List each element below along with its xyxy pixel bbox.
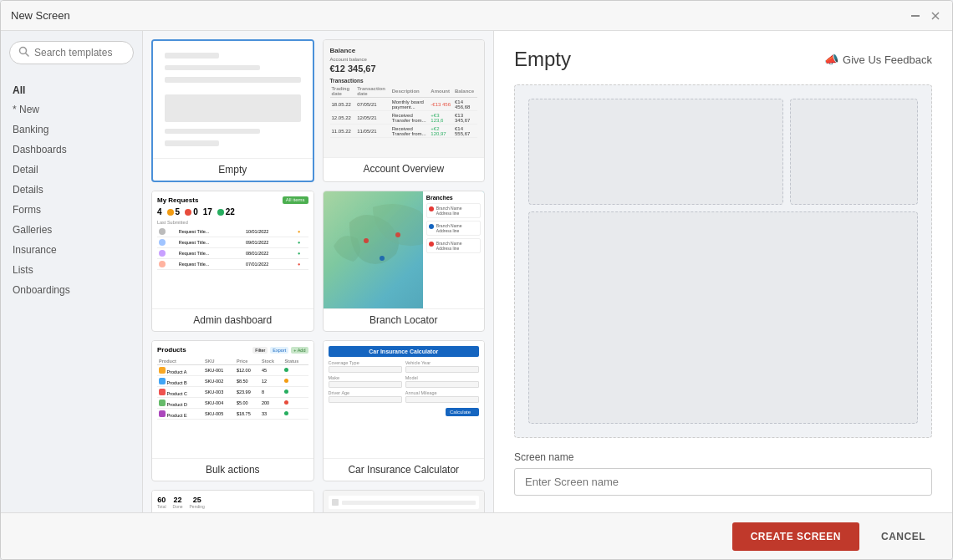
svg-rect-0 bbox=[911, 15, 920, 17]
sidebar-item-insurance[interactable]: Insurance bbox=[1, 240, 142, 260]
dialog-body: All * New Banking Dashboards Detail Deta… bbox=[1, 31, 952, 512]
sidebar-nav: All * New Banking Dashboards Detail Deta… bbox=[1, 73, 142, 307]
preview-admin-stats: 4 5 0 bbox=[157, 207, 308, 216]
status-dot-2 bbox=[284, 379, 288, 383]
col-status2: Status bbox=[283, 357, 308, 365]
stat-4: 17 bbox=[203, 207, 212, 216]
bulk-row-2: Product B SKU-002$8.5012 bbox=[157, 376, 308, 387]
bulk-row-4: Product D SKU-004$5.00200 bbox=[157, 398, 308, 409]
col-desc: Description bbox=[390, 85, 430, 98]
template-preview-bulk: Products Filter Export + Add Product bbox=[152, 341, 313, 458]
avatar-1 bbox=[159, 228, 166, 235]
right-panel: Empty 📣 Give Us Feedback Screen name bbox=[494, 31, 952, 512]
stat-1: 4 bbox=[157, 207, 162, 216]
branch-text-3: Branch NameAddress line bbox=[436, 241, 462, 251]
branch-list-item-1: Branch NameAddress line bbox=[426, 203, 481, 218]
preview-transactions-label: Transactions bbox=[330, 78, 478, 84]
car-field-1: Coverage Type bbox=[329, 360, 402, 373]
car-form-row-2: Make Model bbox=[329, 375, 480, 388]
admin-row: Request Title...10/01/2022● bbox=[157, 227, 308, 237]
template-card-account-overview[interactable]: Balance Account balance €12 345,67 Trans… bbox=[323, 39, 486, 182]
sidebar-item-forms[interactable]: Forms bbox=[1, 200, 142, 220]
template-card-bottom2[interactable] bbox=[323, 490, 486, 512]
template-name-car: Car Insurance Calculator bbox=[324, 458, 485, 481]
template-preview-bottom2 bbox=[324, 491, 485, 512]
bulk-row-5: Product E SKU-005$18.7533 bbox=[157, 409, 308, 420]
transaction-row: 11.05.2211/05/21Received Transfer from..… bbox=[330, 125, 478, 138]
stat-5: 22 bbox=[217, 207, 235, 216]
close-button[interactable] bbox=[929, 9, 942, 23]
search-input[interactable] bbox=[34, 47, 125, 59]
sidebar-item-banking[interactable]: Banking bbox=[1, 120, 142, 140]
status-dot-3 bbox=[284, 389, 288, 394]
feedback-button[interactable]: 📣 Give Us Feedback bbox=[824, 53, 932, 66]
template-card-empty[interactable]: Empty bbox=[151, 39, 314, 182]
template-name-branch: Branch Locator bbox=[324, 308, 485, 331]
sidebar-item-lists[interactable]: Lists bbox=[1, 260, 142, 280]
col-stock: Stock bbox=[260, 357, 283, 365]
preview-balance-label: Balance bbox=[330, 47, 478, 54]
template-card-car-insurance[interactable]: Car Insurance Calculator Coverage Type V… bbox=[323, 340, 486, 481]
preview-line bbox=[165, 129, 260, 135]
sidebar-item-galleries[interactable]: Galleries bbox=[1, 220, 142, 240]
preview-admin-table: Request Title...10/01/2022● Request Titl… bbox=[157, 227, 308, 270]
col-balance: Balance bbox=[453, 85, 477, 98]
car-input-3 bbox=[329, 381, 402, 388]
preview-bulk-header: Products Filter Export + Add bbox=[157, 346, 308, 354]
right-panel-title: Empty bbox=[514, 48, 571, 71]
preview-block bbox=[165, 94, 301, 122]
preview-admin-badge: All items bbox=[283, 196, 308, 204]
transaction-row: 12.05.2212/05/21Received Transfer from..… bbox=[330, 111, 478, 125]
canvas-block-side-top bbox=[790, 99, 918, 205]
sidebar-item-dashboards[interactable]: Dashboards bbox=[1, 140, 142, 160]
template-card-branch-locator[interactable]: NEW Branches Branch NameAddress line Bra… bbox=[323, 191, 486, 332]
sidebar-item-details[interactable]: Details bbox=[1, 180, 142, 200]
product-icon-3 bbox=[159, 389, 166, 395]
sidebar-section-all[interactable]: All bbox=[1, 79, 142, 99]
stat-b3: 25 Pending bbox=[190, 496, 205, 509]
sidebar-item-new[interactable]: * New bbox=[1, 99, 142, 120]
stat-icon-3 bbox=[185, 209, 191, 216]
car-field-3: Make bbox=[329, 375, 402, 388]
admin-row: Request Title...08/01/2022● bbox=[157, 248, 308, 259]
car-field-5: Driver Age bbox=[329, 390, 402, 403]
status-dot-4 bbox=[284, 400, 288, 405]
stat-num-3: 0 bbox=[193, 207, 198, 216]
template-preview-bottom1: 60 Total 22 Done 25 Pending bbox=[152, 491, 313, 512]
product-icon-2 bbox=[159, 378, 166, 384]
create-screen-button[interactable]: CREATE SCREEN bbox=[732, 522, 859, 551]
product-icon-1 bbox=[159, 367, 166, 374]
preview-last-submitted: Last Submitted bbox=[157, 220, 308, 225]
admin-row: Request Title...09/01/2022● bbox=[157, 237, 308, 248]
bulk-filter-1: Filter bbox=[252, 347, 268, 354]
preview-line bbox=[165, 140, 219, 146]
templates-grid: Empty Balance Account balance €12 345,67… bbox=[151, 39, 485, 512]
car-input-6 bbox=[405, 396, 479, 403]
minimize-button[interactable] bbox=[909, 9, 922, 23]
template-card-admin-dashboard[interactable]: My Requests All items 4 5 bbox=[151, 191, 314, 332]
col-sku: SKU bbox=[203, 357, 235, 365]
template-card-bottom1[interactable]: 60 Total 22 Done 25 Pending bbox=[151, 490, 314, 512]
transaction-row: 18.05.2207/05/21Monthly board payment...… bbox=[330, 98, 478, 111]
preview-amount: €12 345,67 bbox=[330, 64, 478, 74]
col-date: Trading date bbox=[330, 85, 356, 98]
titlebar-controls bbox=[909, 9, 942, 23]
stat-num-5: 22 bbox=[226, 207, 235, 216]
cancel-button[interactable]: CANCEL bbox=[868, 522, 939, 551]
product-icon-5 bbox=[159, 410, 166, 417]
branch-text-2: Branch NameAddress line bbox=[436, 223, 462, 233]
stat-icon-5 bbox=[217, 209, 224, 216]
preview-admin-header: My Requests All items bbox=[157, 196, 308, 204]
search-box[interactable] bbox=[9, 41, 134, 64]
preview-bulk-table: Product SKU Price Stock Status Product A… bbox=[157, 357, 308, 420]
stat-b1: 60 Total bbox=[157, 496, 166, 509]
car-calculate-btn: Calculate bbox=[446, 408, 479, 416]
sidebar-item-onboardings[interactable]: Onboardings bbox=[1, 280, 142, 300]
dialog-titlebar: New Screen bbox=[1, 1, 952, 31]
screen-name-input[interactable] bbox=[514, 468, 932, 496]
bulk-header-row: Product SKU Price Stock Status bbox=[157, 357, 308, 365]
sidebar-item-detail[interactable]: Detail bbox=[1, 160, 142, 180]
template-name-admin: Admin dashboard bbox=[152, 308, 313, 331]
template-card-bulk-actions[interactable]: Products Filter Export + Add Product bbox=[151, 340, 314, 481]
car-input-4 bbox=[405, 381, 479, 388]
